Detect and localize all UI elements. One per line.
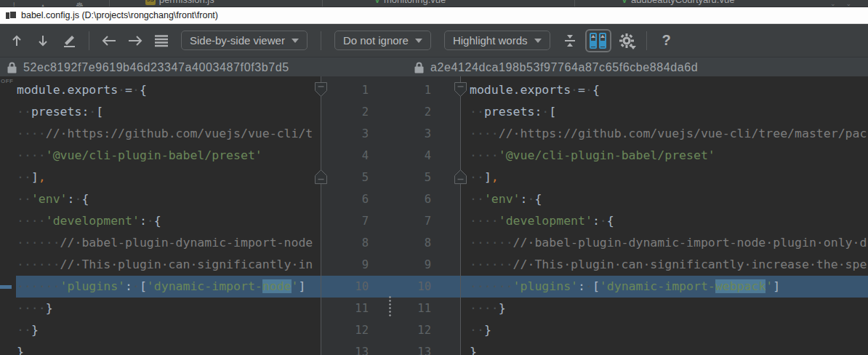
code-segment-str: 'development' [499,214,592,228]
code-line[interactable]: ······//·babel-plugin-dynamic-import-nod… [460,232,868,254]
code-line[interactable]: ····//·https://github.com/vuejs/vue-cli/… [460,123,868,145]
left-revision-hash[interactable]: 52ec8192f7e9619b46d23347a4003487f0f3b7d5 [23,61,289,74]
code-line[interactable]: ··], [460,167,868,188]
code-line[interactable]: ····'development':·{ [460,210,868,232]
code-segment-def: : [592,214,600,228]
fold-region-end-icon[interactable] [314,169,328,185]
code-line[interactable]: ··} [0,319,321,341]
help-button[interactable]: ? [656,30,678,52]
revision-bar: 52ec8192f7e9619b46d23347a4003487f0f3b7d5… [0,57,868,76]
right-editor-pane[interactable]: module.exports·=·{··presets:·[····//·htt… [460,76,868,355]
splitter-drag-handle[interactable] [388,295,392,317]
diff-file-icon [6,11,15,20]
code-line[interactable]: ····} [0,298,321,319]
viewer-mode-dropdown[interactable]: Side-by-side viewer [181,31,308,50]
collapse-unchanged-button[interactable] [559,30,581,52]
download-arrow-icon[interactable]: ⇣ [10,1,17,7]
go-back-button[interactable] [98,30,120,52]
code-line[interactable]: ······'plugins':·['dynamic-import-webpac… [460,276,868,298]
code-segment-def: module.exports [17,83,118,97]
whitespace-ignore-label: Do not ignore [343,34,409,47]
code-segment-def: } [499,301,506,315]
code-segment-ws: · [585,83,592,97]
lock-icon [7,62,17,73]
settings-gear-button[interactable] [616,30,638,52]
code-line[interactable]: ····'development':·{ [0,210,321,232]
edit-pencil-icon[interactable] [58,30,80,52]
gutter-divider-line [460,76,461,355]
editor-tab[interactable]: VaddbeautyCourtyard.vue [622,0,734,5]
code-segment-ws: · [542,105,549,119]
code-segment-ws: ······ [470,258,513,271]
gutter-row: 55 [321,167,460,188]
hamburger-menu-icon[interactable] [150,30,172,52]
vue-file-icon: V [622,0,627,5]
tab-overflow-icons[interactable]: ⌄⌄ [830,0,861,7]
synchronize-scrolling-toggle[interactable] [585,29,611,52]
code-segment-comma: , [39,170,46,184]
code-segment-ws: ···· [17,148,46,162]
next-change-button[interactable] [32,30,54,52]
code-segment-ws: · [118,83,125,97]
fold-region-end-icon[interactable] [454,169,467,185]
code-line[interactable]: } [0,341,321,355]
settings-gear-small-icon[interactable]: ☸ [76,1,84,7]
left-editor-pane[interactable]: module.exports·=·{··presets:·[····//·htt… [0,76,321,355]
code-segment-str: 'plugins' [60,279,125,293]
gutter-row: 1313 [321,341,460,355]
highlight-mode-dropdown[interactable]: Highlight words [444,31,550,50]
code-segment-def: { [534,192,542,206]
code-segment-def: presets: [31,105,89,119]
code-line[interactable]: module.exports·=·{ [460,79,868,101]
left-line-number: 12 [325,319,369,341]
right-line-number: 13 [383,341,431,355]
editor-tab[interactable]: Vmonitoring.vue [374,0,446,5]
code-line[interactable]: ··'env':·{ [0,188,321,210]
editor-tab[interactable]: JSpermission.js [145,0,214,5]
code-line[interactable]: ······//·This·plugin·can·significantly·i… [0,254,321,276]
collapse-triangle-icon[interactable]: ▴ [41,1,45,7]
code-line[interactable]: ······//·This·plugin·can·significantly·i… [460,254,868,276]
right-line-number: 6 [383,188,431,210]
right-line-number: 10 [383,276,431,298]
code-line[interactable]: ··presets:·[ [0,101,321,123]
code-line[interactable]: } [460,341,868,355]
gutter-row: 1010 [321,276,460,298]
left-line-number: 2 [325,101,369,123]
whitespace-ignore-dropdown[interactable]: Do not ignore [334,31,431,50]
code-segment-ws: ·· [470,170,484,184]
code-segment-ws: · [89,105,96,119]
fold-region-start-icon[interactable] [314,81,328,97]
gutter-row: 11 [321,79,460,101]
code-line[interactable]: ······'plugins':·['dynamic-import-node'] [0,276,321,298]
code-segment-ws: ······ [17,258,60,271]
go-forward-button[interactable] [124,30,146,52]
right-revision-hash[interactable]: a2e4124dca198b53f97764a87c65f6cbe884da6d [430,61,698,74]
code-line[interactable]: module.exports·=·{ [0,79,321,101]
previous-change-button[interactable] [6,30,28,52]
code-line[interactable]: ··'env':·{ [460,188,868,210]
code-line[interactable]: ····//·https://github.com/vuejs/vue-cli/… [0,123,321,145]
left-line-number: 10 [325,276,369,298]
code-line[interactable]: ··], [0,167,321,188]
code-segment-ws: ·· [470,323,484,337]
code-line[interactable]: ······//·babel-plugin-dynamic-import-nod… [0,232,321,254]
tab-separator [322,0,323,7]
left-revision: 52ec8192f7e9619b46d23347a4003487f0f3b7d5 [7,57,289,77]
code-segment-def: presets: [484,105,542,119]
code-line[interactable]: ··presets:·[ [460,101,868,123]
code-line[interactable]: ····'@vue/cli-plugin-babel/preset' [0,145,321,167]
code-segment-def: { [592,83,600,97]
code-line[interactable]: ····} [460,298,868,319]
code-segment-def: [ [592,279,600,293]
code-segment-comma: , [491,170,499,184]
sync-bar-left-icon [590,33,597,49]
code-segment-def: } [470,345,477,355]
code-line[interactable]: ····'@vue/cli-plugin-babel/preset' [460,145,868,167]
right-line-number: 3 [383,123,431,145]
code-segment-ws: ···· [17,127,46,140]
code-segment-ws: · [147,214,154,228]
code-line[interactable]: ··} [460,319,868,341]
fold-region-start-icon[interactable] [454,81,467,97]
code-segment-str: 'dynamic-import- [600,279,715,293]
